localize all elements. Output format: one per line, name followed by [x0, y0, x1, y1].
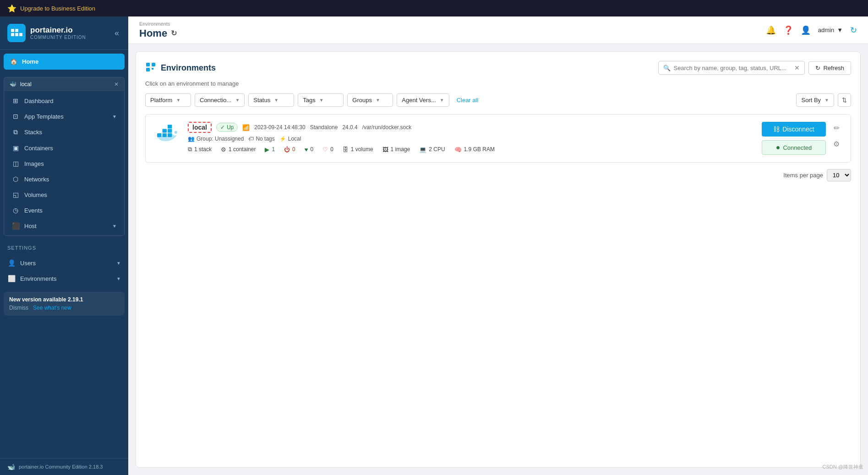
unhealthy-icon: ♡: [322, 146, 328, 153]
sidebar-item-home[interactable]: 🏠 Home: [4, 54, 125, 70]
svg-rect-6: [152, 63, 155, 66]
tags-filter-label: Tags: [303, 97, 315, 104]
sidebar-item-environments[interactable]: ⬜ Environments ▼: [0, 271, 128, 286]
sidebar-item-containers[interactable]: ▣ Containers: [4, 140, 124, 156]
env-name-row: local ✓ Up 📶 2023-09-24 14:48:30 Standal…: [188, 122, 762, 133]
panel-title: Environments: [145, 61, 216, 75]
sidebar-label-environments: Environments: [20, 275, 56, 282]
environment-card[interactable]: local ✓ Up 📶 2023-09-24 14:48:30 Standal…: [145, 114, 851, 163]
platform-filter[interactable]: Platform ▼: [145, 93, 191, 107]
svg-rect-8: [152, 68, 153, 70]
items-per-page-select[interactable]: 10 25 50: [827, 169, 851, 181]
sidebar-label-volumes: Volumes: [24, 191, 47, 198]
svg-rect-2: [19, 33, 22, 36]
user-menu[interactable]: admin ▼: [818, 27, 843, 33]
env-group-tag: 👥 Group: Unassigned: [188, 136, 244, 142]
topbar: Environments Home ↻ 🔔 ❓ 👤 admin ▼ ↻: [128, 16, 868, 44]
running-icon: ▶: [265, 146, 269, 153]
svg-rect-1: [15, 33, 18, 36]
ram-amount: 1.9 GB RAM: [464, 146, 495, 153]
stacks-count: 1 stack: [194, 146, 212, 153]
search-clear-icon[interactable]: ✕: [794, 64, 800, 71]
environments-chevron: ▼: [116, 276, 121, 281]
home-icon: 🏠: [10, 58, 17, 65]
sort-by-label: Sort By: [801, 97, 821, 104]
sidebar-footer: 🐋 portainer.io Community Edition 2.18.3: [0, 458, 128, 475]
sidebar-item-images[interactable]: ◫ Images: [4, 156, 124, 171]
sidebar-label-dashboard: Dashboard: [24, 98, 54, 104]
topbar-left: Environments Home ↻: [139, 21, 177, 39]
stopped-icon: ⏻: [284, 146, 290, 153]
connection-filter[interactable]: Connectio... ▼: [195, 93, 245, 107]
healthy-count: 0: [310, 146, 313, 153]
containers-stat-icon: ⚙: [221, 146, 226, 153]
svg-rect-5: [146, 63, 150, 66]
stacks-icon: ⧉: [11, 128, 20, 136]
env-status-text: Up: [227, 124, 234, 131]
tag-icon: 🏷: [248, 136, 254, 142]
tags-filter[interactable]: Tags ▼: [298, 93, 344, 107]
page-refresh-icon[interactable]: ↻: [171, 29, 177, 38]
sidebar-header: portainer.io COMMUNITY EDITION «: [0, 16, 128, 50]
user-profile-icon[interactable]: 👤: [801, 25, 811, 35]
sidebar-item-stacks[interactable]: ⧉ Stacks: [4, 124, 124, 140]
logo-text: portainer.io COMMUNITY EDITION: [30, 26, 86, 40]
svg-rect-12: [163, 129, 167, 133]
env-group-text: Group: Unassigned: [197, 136, 244, 142]
settings-button[interactable]: ⚙: [831, 138, 841, 150]
env-local-tag: ⚡ Local: [279, 136, 301, 142]
app-templates-icon: ⊡: [11, 113, 20, 120]
sidebar-collapse-button[interactable]: «: [113, 27, 121, 40]
groups-chevron-icon: ▼: [376, 98, 380, 103]
upgrade-bar[interactable]: ⭐ Upgrade to Business Edition: [0, 0, 868, 16]
sidebar-version-text: portainer.io Community Edition 2.18.3: [19, 464, 103, 470]
version-see-new-button[interactable]: See what's new: [33, 305, 71, 311]
users-chevron: ▼: [116, 261, 121, 266]
env-close-icon[interactable]: ✕: [114, 81, 119, 87]
healthy-icon: ♥: [305, 146, 308, 153]
help-icon[interactable]: ❓: [783, 25, 793, 35]
search-box[interactable]: 🔍 ✕: [658, 61, 805, 75]
stat-volumes: 🗄 1 volume: [343, 146, 373, 153]
sidebar-item-dashboard[interactable]: ⊞ Dashboard: [4, 93, 124, 109]
agent-version-filter[interactable]: Agent Vers... ▼: [397, 93, 449, 107]
sidebar-item-events[interactable]: ◷ Events: [4, 202, 124, 218]
connected-badge: ● Connected: [762, 140, 826, 155]
disconnect-icon: ⛓: [773, 126, 780, 133]
refresh-button[interactable]: ↻ Refresh: [808, 61, 851, 75]
sidebar-item-networks[interactable]: ⬡ Networks: [4, 171, 124, 187]
search-input[interactable]: [673, 65, 792, 71]
sidebar-env-name: 🐳 local: [10, 81, 32, 87]
disconnect-button[interactable]: ⛓ Disconnect: [762, 122, 826, 136]
sort-order-button[interactable]: ⇅: [838, 93, 851, 107]
stacks-stat-icon: ⧉: [188, 146, 192, 153]
settings-section-label: Settings: [0, 240, 128, 253]
env-source-text: Local: [288, 136, 301, 142]
docker-logo: [155, 122, 180, 147]
notifications-icon[interactable]: 🔔: [766, 25, 776, 35]
sidebar-item-host[interactable]: ⬛ Host ▼: [4, 218, 124, 234]
clear-all-button[interactable]: Clear all: [453, 94, 482, 106]
environments-panel-icon: [145, 61, 156, 75]
sort-order-icon: ⇅: [842, 97, 847, 104]
upgrade-icon: ⭐: [7, 4, 16, 13]
sidebar-item-volumes[interactable]: ◱ Volumes: [4, 187, 124, 202]
status-filter[interactable]: Status ▼: [248, 93, 294, 107]
sort-by-chevron-icon: ▼: [824, 98, 829, 103]
users-icon: 👤: [7, 259, 16, 267]
version-notice-title: New version available 2.19.1: [9, 296, 119, 303]
panel-header: Environments 🔍 ✕ ↻ Refresh: [145, 61, 851, 75]
edit-button[interactable]: ✏: [831, 122, 841, 134]
connection-chevron-icon: ▼: [235, 98, 240, 103]
version-dismiss-button[interactable]: Dismiss: [9, 305, 28, 311]
agent-version-chevron-icon: ▼: [440, 98, 444, 103]
sidebar-item-users[interactable]: 👤 Users ▼: [0, 255, 128, 271]
sidebar-item-app-templates[interactable]: ⊡ App Templates ▼: [4, 109, 124, 124]
status-chevron-icon: ▼: [274, 98, 278, 103]
groups-filter[interactable]: Groups ▼: [347, 93, 393, 107]
dashboard-icon: ⊞: [11, 97, 20, 104]
lightning-icon: ⚡: [279, 136, 286, 142]
status-filter-label: Status: [253, 97, 270, 104]
version-notice: New version available 2.19.1 Dismiss See…: [4, 292, 125, 316]
sort-by-dropdown[interactable]: Sort By ▼: [796, 93, 834, 107]
